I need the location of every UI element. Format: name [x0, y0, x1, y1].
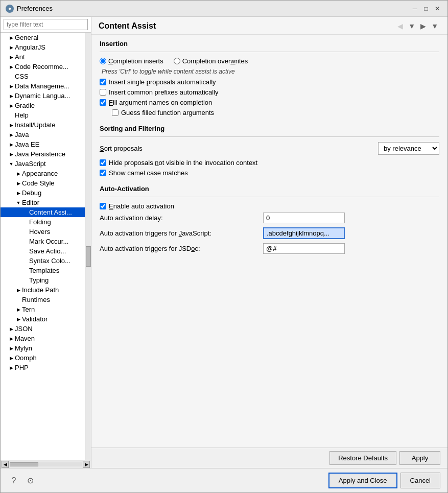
title-bar-left: ● Preferences [6, 5, 53, 13]
sidebar-item-install-update[interactable]: ▶ Install/Update [1, 120, 85, 130]
sidebar-item-angularjs[interactable]: ▶ AngularJS [1, 42, 85, 52]
sidebar-item-css[interactable]: CSS [1, 72, 85, 81]
insert-common-checkbox[interactable] [100, 89, 106, 96]
sidebar-item-runtimes[interactable]: Runtimes [1, 295, 85, 304]
sidebar-item-php[interactable]: ▶ PHP [1, 363, 85, 372]
triggers-jsdoc-input[interactable] [263, 243, 345, 254]
sidebar-label-debug: Debug [22, 189, 41, 197]
search-input[interactable] [4, 19, 88, 30]
sidebar-item-java[interactable]: ▶ Java [1, 130, 85, 139]
sidebar-label-hovers: Hovers [29, 228, 50, 236]
scrollbar-thumb[interactable] [86, 246, 91, 267]
sidebar-label-gradle: Gradle [15, 102, 35, 109]
sidebar-item-typing[interactable]: Typing [1, 275, 85, 285]
sidebar-item-oomph[interactable]: ▶ Oomph [1, 353, 85, 363]
sidebar-item-javascript[interactable]: ▼ JavaScript [1, 159, 85, 169]
info-button[interactable]: ⊙ [24, 475, 36, 487]
help-button[interactable]: ? [8, 475, 20, 487]
restore-defaults-button[interactable]: Restore Defaults [329, 451, 396, 465]
insert-single-label[interactable]: Insert single proposals automatically [109, 78, 216, 86]
close-button[interactable]: ✕ [432, 4, 442, 14]
forward-button[interactable]: ▶ [418, 21, 428, 31]
sidebar-item-java-ee[interactable]: ▶ Java EE [1, 139, 85, 149]
scroll-right-button[interactable]: ▶ [83, 461, 90, 468]
sidebar-label-general: General [15, 34, 38, 41]
sidebar-item-content-assist[interactable]: Content Assi... [1, 207, 85, 217]
insert-single-checkbox[interactable] [100, 79, 106, 85]
sidebar-item-templates[interactable]: Templates [1, 266, 85, 275]
sidebar-item-debug[interactable]: ▶ Debug [1, 188, 85, 198]
sidebar-item-mylyn[interactable]: ▶ Mylyn [1, 343, 85, 353]
apply-close-button[interactable]: Apply and Close [328, 473, 397, 488]
sidebar-item-syntax-coloring[interactable]: Syntax Colo... [1, 256, 85, 266]
sidebar-item-maven[interactable]: ▶ Maven [1, 334, 85, 343]
insert-common-label[interactable]: Insert common prefixes automatically [109, 88, 219, 96]
sidebar-item-validator[interactable]: ▶ Validator [1, 314, 85, 324]
sidebar-item-dynamic-languages[interactable]: ▶ Dynamic Langua... [1, 91, 85, 101]
forward-dropdown-button[interactable]: ▼ [429, 21, 440, 31]
sidebar-item-help[interactable]: Help [1, 110, 85, 120]
sidebar-item-code-recommender[interactable]: ▶ Code Recomme... [1, 62, 85, 72]
completion-overwrites-label[interactable]: Completion overwrites [174, 57, 248, 65]
expand-icon-ant: ▶ [8, 54, 15, 61]
completion-inserts-radio[interactable] [100, 58, 106, 64]
panel-footer: Restore Defaults Apply [91, 448, 447, 468]
horizontal-scrollbar[interactable]: ◀ ▶ [1, 460, 91, 468]
triggers-js-input[interactable] [263, 227, 345, 239]
sidebar-item-general[interactable]: ▶ General [1, 33, 85, 42]
enable-auto-label[interactable]: Enable auto activation [109, 202, 174, 210]
completion-inserts-label[interactable]: Completion inserts [100, 57, 163, 65]
back-dropdown-button[interactable]: ▼ [406, 21, 417, 31]
sidebar-item-save-actions[interactable]: Save Actio... [1, 246, 85, 256]
expand-icon-save-actions [22, 248, 29, 255]
sidebar-item-gradle[interactable]: ▶ Gradle [1, 101, 85, 110]
enable-auto-checkbox[interactable] [100, 203, 106, 209]
minimize-button[interactable]: ─ [410, 4, 420, 14]
hide-proposals-label[interactable]: Hide proposals not visible in the invoca… [109, 159, 257, 167]
footer-right: Apply and Close Cancel [328, 473, 440, 488]
preferences-window: ● Preferences ─ □ ✕ ▶ General [0, 0, 448, 493]
scroll-left-button[interactable]: ◀ [2, 461, 9, 468]
sidebar-item-tern[interactable]: ▶ Tern [1, 304, 85, 314]
completion-overwrites-radio[interactable] [174, 58, 180, 64]
guess-filled-checkbox[interactable] [112, 109, 119, 116]
sort-proposals-select[interactable]: by relevance alphabetically by category [378, 142, 439, 155]
hide-proposals-checkbox[interactable] [100, 159, 106, 166]
title-bar-controls: ─ □ ✕ [410, 4, 442, 14]
sidebar-item-editor[interactable]: ▼ Editor [1, 198, 85, 207]
cancel-button[interactable]: Cancel [400, 473, 440, 488]
sidebar-item-json[interactable]: ▶ JSON [1, 324, 85, 334]
panel-header: Content Assist ◀ ▼ ▶ ▼ [91, 17, 447, 35]
sidebar-item-folding[interactable]: Folding [1, 217, 85, 227]
completion-radio-group: Completion inserts Completion overwrites [100, 57, 439, 65]
sidebar-item-mark-occurrences[interactable]: Mark Occur... [1, 237, 85, 246]
sidebar-item-include-path[interactable]: ▶ Include Path [1, 285, 85, 295]
maximize-button[interactable]: □ [421, 4, 431, 14]
apply-button[interactable]: Apply [399, 451, 440, 465]
expand-icon-editor: ▼ [15, 199, 22, 206]
insert-single-row: Insert single proposals automatically [100, 78, 439, 86]
sidebar-item-appearance[interactable]: ▶ Appearance [1, 169, 85, 178]
fill-argument-label[interactable]: Fill argument names on completion [109, 99, 212, 106]
expand-icon-install-update: ▶ [8, 122, 15, 129]
vertical-scrollbar[interactable] [85, 33, 91, 460]
back-button[interactable]: ◀ [395, 21, 405, 31]
show-camel-checkbox[interactable] [100, 170, 106, 176]
sidebar-item-ant[interactable]: ▶ Ant [1, 52, 85, 62]
expand-icon-gradle: ▶ [8, 102, 15, 109]
delay-input[interactable] [263, 213, 345, 223]
expand-icon-appearance: ▶ [15, 170, 22, 177]
nav-arrows: ◀ ▼ ▶ ▼ [395, 21, 440, 31]
sidebar-item-java-persistence[interactable]: ▶ Java Persistence [1, 149, 85, 159]
insert-common-row: Insert common prefixes automatically [100, 88, 439, 96]
h-scroll-thumb[interactable] [10, 462, 38, 466]
guess-filled-label[interactable]: Guess filled function arguments [121, 109, 214, 116]
sidebar-label-java-ee: Java EE [15, 140, 39, 148]
sidebar-item-hovers[interactable]: Hovers [1, 227, 85, 237]
sidebar-item-data-management[interactable]: ▶ Data Manageme... [1, 81, 85, 91]
sidebar-item-code-style[interactable]: ▶ Code Style [1, 178, 85, 188]
expand-icon-data-management: ▶ [8, 83, 15, 90]
show-camel-label[interactable]: Show camel case matches [109, 169, 188, 177]
expand-icon-code-style: ▶ [15, 180, 22, 187]
fill-argument-checkbox[interactable] [100, 99, 106, 106]
